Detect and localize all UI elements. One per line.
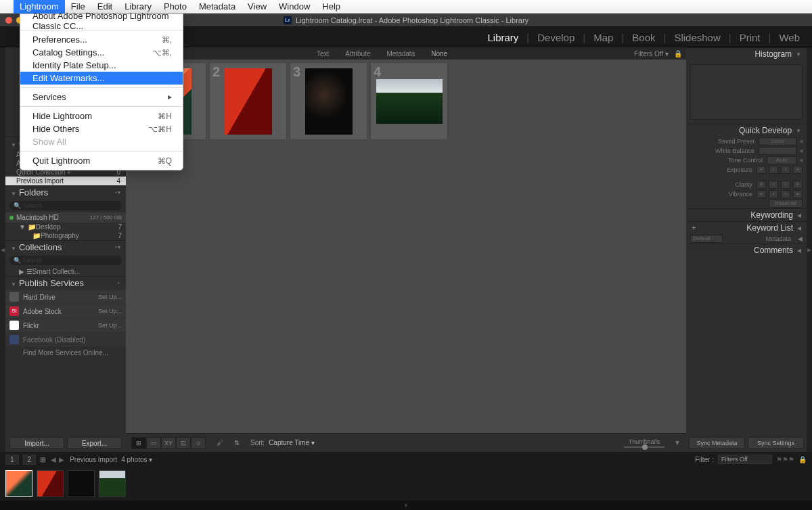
left-panel-collapse[interactable]: ◀	[0, 47, 5, 452]
filmstrip-collapse[interactable]: ▼	[0, 501, 812, 510]
collections-search[interactable]: 🔍 Search	[9, 256, 122, 265]
catalog-previous-import[interactable]: Previous Import4	[5, 177, 126, 185]
filters-off-preset[interactable]: Filters Off ▾	[634, 50, 669, 57]
lock-icon[interactable]: 🔒	[674, 50, 682, 57]
menu-services[interactable]: Services	[20, 91, 183, 103]
quick-develop-header[interactable]: Quick Develop▼	[686, 124, 807, 137]
export-button[interactable]: Export...	[67, 437, 122, 449]
filter-lock-icon[interactable]: 🔒	[798, 456, 807, 463]
plus-icon[interactable]: +▾	[114, 244, 120, 250]
histogram-header[interactable]: Histogram▼	[686, 47, 807, 60]
grid-cell[interactable]: 3	[290, 62, 367, 140]
grid-icon[interactable]: ⊞	[40, 456, 45, 463]
menu-hide-lightroom[interactable]: Hide Lightroom⌘H	[20, 110, 183, 122]
folder-desktop[interactable]: ▼ 📁 Desktop7	[5, 223, 126, 231]
second-window-button[interactable]: 2	[23, 455, 37, 465]
grid-view[interactable]: 1 2 3 4	[126, 60, 686, 433]
menu-about[interactable]: About Adobe Photoshop Lightroom Classic …	[20, 14, 183, 27]
sort-value[interactable]: Capture Time ▾	[269, 439, 315, 446]
grid-view-button[interactable]: ⊞	[131, 437, 146, 449]
wb-select[interactable]	[759, 147, 796, 155]
chevron-left-icon: ◀	[797, 225, 801, 231]
thumbnail[interactable]	[305, 68, 353, 135]
expand-icon[interactable]: ◀	[799, 158, 803, 163]
compare-view-button[interactable]: XY	[161, 437, 176, 449]
import-button[interactable]: Import...	[9, 437, 64, 449]
source-label[interactable]: Previous Import	[70, 456, 117, 463]
main-window-button[interactable]: 1	[5, 455, 19, 465]
menubar-metadata[interactable]: Metadata	[193, 0, 242, 14]
module-print[interactable]: Print	[740, 32, 761, 43]
close-window-button[interactable]	[5, 17, 12, 24]
right-panel-collapse[interactable]: ▶	[807, 47, 812, 452]
painter-icon[interactable]: 🖌	[217, 439, 223, 446]
filmstrip-thumbnail[interactable]	[5, 470, 32, 497]
menubar-view[interactable]: View	[242, 0, 273, 14]
filmstrip-thumbnail[interactable]	[37, 470, 64, 497]
auto-tone-button[interactable]: Auto	[767, 156, 796, 164]
menu-hide-others[interactable]: Hide Others⌥⌘H	[20, 122, 183, 135]
plus-icon[interactable]: +	[692, 223, 696, 233]
publish-adobe-stock[interactable]: StAdobe StockSet Up...	[5, 304, 126, 318]
plus-icon[interactable]: +	[117, 280, 120, 286]
sync-metadata-button[interactable]: Sync Metadata	[689, 437, 745, 449]
module-map[interactable]: Map	[593, 32, 613, 43]
smart-collections[interactable]: ▶ ☰ Smart Collecti...	[5, 267, 126, 276]
filmstrip-thumbnail[interactable]	[99, 470, 126, 497]
menu-catalog-settings[interactable]: Catalog Settings...⌥⌘,	[20, 46, 183, 59]
keyword-list-header[interactable]: +Keyword List◀	[686, 221, 807, 234]
module-develop[interactable]: Develop	[537, 32, 574, 43]
menu-quit-label: Quit Lightroom	[32, 156, 90, 166]
expand-icon[interactable]: ◀	[799, 148, 803, 154]
module-library[interactable]: Library	[487, 32, 518, 43]
loupe-view-button[interactable]: ▭	[146, 437, 161, 449]
folder-photography[interactable]: 📁 Photography7	[5, 231, 126, 240]
filter-metadata[interactable]: Metadata	[382, 49, 421, 58]
survey-view-button[interactable]: ⊡	[176, 437, 191, 449]
menu-catalog-settings-label: Catalog Settings...	[32, 47, 104, 57]
filmstrip-thumbnail[interactable]	[68, 470, 95, 497]
filmstrip[interactable]	[0, 467, 812, 501]
grid-cell[interactable]: 2	[209, 62, 287, 140]
folders-search[interactable]: 🔍 Search	[9, 201, 122, 210]
plus-icon[interactable]: +▾	[114, 189, 120, 195]
menu-identity-plate[interactable]: Identity Plate Setup...	[20, 59, 183, 72]
module-slideshow[interactable]: Slideshow	[674, 32, 720, 43]
find-more-services[interactable]: Find More Services Online...	[5, 346, 126, 359]
menu-edit-watermarks[interactable]: Edit Watermarks...	[20, 72, 183, 85]
module-book[interactable]: Book	[632, 32, 655, 43]
back-button[interactable]: ◀	[49, 456, 58, 463]
filter-preset-select[interactable]: Filters Off	[718, 455, 772, 464]
toolbar-menu-icon[interactable]: ▼	[674, 439, 681, 446]
menu-preferences[interactable]: Preferences...⌘,	[20, 33, 183, 46]
saved-preset-select[interactable]: Color	[759, 137, 796, 145]
thumbnail[interactable]	[225, 68, 272, 135]
forward-button[interactable]: ▶	[58, 456, 66, 463]
reset-all-button[interactable]: Reset All	[769, 200, 803, 208]
publish-panel-header[interactable]: ▼Publish Services+	[5, 276, 126, 289]
flag-filter-icon[interactable]: ⚑⚑⚑	[776, 456, 794, 463]
menubar-window[interactable]: Window	[273, 0, 316, 14]
keywording-header[interactable]: Keywording◀	[686, 208, 807, 221]
grid-cell[interactable]: 4	[370, 62, 448, 140]
expand-icon[interactable]: ◀	[799, 139, 803, 144]
thumbnail[interactable]	[376, 79, 443, 124]
publish-hard-drive[interactable]: Hard DriveSet Up...	[5, 290, 126, 304]
publish-facebook[interactable]: Facebook (Disabled)	[5, 333, 126, 346]
filter-none[interactable]: None	[426, 49, 453, 58]
filter-text[interactable]: Text	[311, 49, 334, 58]
filter-attribute[interactable]: Attribute	[340, 49, 376, 58]
thumbnail-size-slider[interactable]: Thumbnails	[624, 438, 664, 448]
people-view-button[interactable]: ☺	[191, 437, 206, 449]
sort-direction-icon[interactable]: ⇅	[234, 439, 240, 446]
sync-settings-button[interactable]: Sync Settings	[748, 437, 804, 449]
publish-flickr[interactable]: FlickrSet Up...	[5, 319, 126, 332]
module-web[interactable]: Web	[779, 32, 800, 43]
volume-row[interactable]: Macintosh HD127 / 500 GB	[5, 212, 126, 223]
metadata-preset-select[interactable]: Default	[690, 235, 723, 243]
folders-panel-header[interactable]: ▼Folders+▾	[5, 185, 126, 199]
menu-quit-lightroom[interactable]: Quit Lightroom⌘Q	[20, 154, 183, 167]
collections-panel-header[interactable]: ▼Collections+▾	[5, 240, 126, 254]
comments-header[interactable]: Comments◀	[686, 244, 807, 256]
menubar-help[interactable]: Help	[316, 0, 346, 14]
